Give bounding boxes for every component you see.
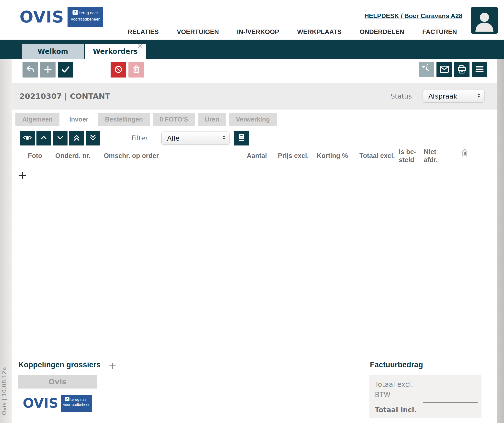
col-korting: Korting %: [304, 152, 348, 160]
move-down-button[interactable]: [53, 131, 68, 145]
invoice-title: Factuurbedrag: [370, 360, 423, 369]
subtab-verwerking[interactable]: Verwerking: [229, 113, 277, 126]
nav-item-voertuigen[interactable]: VOERTUIGEN: [177, 28, 219, 36]
view-button[interactable]: [20, 131, 35, 145]
col-omschrijving: Omschr. op order: [104, 152, 159, 160]
cancel-order-button[interactable]: [111, 62, 126, 78]
tab-welkom[interactable]: Welkom: [22, 44, 84, 59]
confirm-button[interactable]: [58, 62, 73, 78]
undo-button[interactable]: [23, 62, 38, 78]
filter-label: Filter: [132, 131, 148, 145]
move-bottom-button[interactable]: [86, 131, 100, 145]
status-group: Status Afspraak: [391, 90, 484, 102]
subtab-fotos[interactable]: 0 FOTO'S: [153, 113, 195, 126]
invoice-panel: Totaal excl. BTW Totaal incl.: [369, 375, 481, 418]
order-header-band: 20210307 | CONTANT Status Afspraak: [12, 83, 497, 110]
nav-item-relaties[interactable]: RELATIES: [128, 28, 159, 36]
table-divider: [12, 169, 497, 169]
toolbar-left-group: [23, 62, 73, 78]
avatar[interactable]: [471, 7, 498, 34]
add-row-button[interactable]: +: [18, 170, 27, 181]
nav-item-onderdelen[interactable]: ONDERDELEN: [360, 28, 404, 36]
row-nav-buttons: [20, 131, 100, 145]
col-totaal-excl: Totaal excl.: [346, 152, 395, 160]
app-logo[interactable]: OVIS terug naar voorraadbeheer: [20, 7, 103, 27]
check-icon: [60, 64, 71, 76]
grossier-card-logo: OVIS terug naar voorraadbeheer: [18, 389, 97, 418]
nav-item-in-verkoop[interactable]: IN-/VERKOOP: [237, 28, 279, 36]
logo-text: OVIS: [20, 9, 64, 25]
double-chevron-down-icon: [89, 133, 97, 143]
parts-table-header: Foto Onderd. nr. Omschr. op order Aantal…: [12, 147, 497, 168]
subtab-invoer[interactable]: Invoer: [62, 113, 95, 126]
menu-icon: [474, 64, 485, 75]
add-grossier-button[interactable]: +: [108, 360, 117, 371]
tab-werkorders-label: Werkorders: [93, 47, 137, 56]
mail-icon: [439, 64, 449, 75]
select-arrows-icon: [476, 92, 482, 100]
col-foto: Foto: [28, 152, 42, 160]
nav-item-werkplaats[interactable]: WERKPLAATS: [297, 28, 342, 36]
main-nav: RELATIES VOERTUIGEN IN-/VERKOOP WERKPLAA…: [128, 28, 457, 36]
invoice-btw-label: BTW: [375, 391, 390, 399]
print-button[interactable]: [454, 62, 470, 77]
invoice-sum-line: [423, 402, 478, 403]
trash-icon: [131, 65, 141, 75]
status-select[interactable]: Afspraak: [423, 90, 484, 102]
logo-badge-line1: terug naar: [79, 11, 98, 15]
col-onderdeel-nr: Onderd. nr.: [55, 152, 91, 160]
status-value: Afspraak: [428, 92, 457, 100]
select-arrows-icon: [221, 134, 227, 142]
close-icon[interactable]: ×: [137, 42, 143, 49]
book-icon: [237, 133, 246, 143]
logo-text: OVIS: [23, 397, 58, 410]
undo-icon: [25, 65, 35, 75]
delete-order-button[interactable]: [128, 62, 144, 78]
subtab-bestellingen[interactable]: Bestellingen: [98, 113, 150, 126]
order-title: 20210307 | CONTANT: [20, 92, 110, 100]
tab-werkorders[interactable]: Werkorders ×: [85, 44, 146, 59]
add-button[interactable]: [40, 62, 56, 78]
history-icon: [422, 64, 432, 75]
order-subtabs: Algemeen Invoer Bestellingen 0 FOTO'S Ur…: [15, 113, 277, 126]
status-label: Status: [391, 92, 412, 100]
subtab-uren[interactable]: Uren: [198, 113, 226, 126]
eye-icon: [23, 133, 32, 144]
person-icon: [472, 8, 497, 34]
chevron-down-icon: [56, 133, 65, 143]
tab-bar: Welkom Werkorders ×: [0, 40, 504, 59]
app-header: OVIS terug naar voorraadbeheer RELATIES …: [0, 0, 504, 40]
grossier-card-title: Ovis: [18, 375, 97, 389]
menu-button[interactable]: [472, 62, 487, 77]
filter-value: Alle: [167, 134, 179, 142]
toolbar-danger-group: [111, 62, 144, 78]
invoice-total-incl-label: Totaal incl.: [375, 406, 417, 414]
version-text: Ovis | 10.08.12a: [1, 361, 7, 415]
grossiers-title: Koppelingen grossiers: [18, 360, 101, 369]
mail-button[interactable]: [436, 62, 452, 77]
chevron-up-icon: [39, 133, 48, 143]
logo-badge[interactable]: terug naar voorraadbeheer: [68, 7, 103, 27]
external-link-icon: [65, 397, 69, 402]
grossier-card-ovis[interactable]: Ovis OVIS terug naar voorraadbeheer: [18, 375, 97, 418]
scrollbar-track[interactable]: [497, 59, 504, 423]
catalog-button[interactable]: [234, 131, 249, 145]
print-icon: [457, 64, 467, 75]
toolbar-right-group: [419, 62, 487, 77]
subtab-algemeen[interactable]: Algemeen: [15, 113, 59, 126]
invoice-total-excl-label: Totaal excl.: [375, 380, 413, 389]
col-niet-afdrukken: Niet afdr.: [424, 148, 438, 164]
filter-select[interactable]: Alle: [161, 132, 229, 145]
logo-badge-line2: voorraadbeheer: [71, 17, 100, 22]
block-icon: [114, 65, 123, 75]
col-is-besteld: Is be- steld: [399, 148, 416, 164]
delete-column-button[interactable]: [460, 149, 469, 159]
external-link-icon: [72, 10, 78, 16]
move-top-button[interactable]: [69, 131, 84, 145]
trash-outline-icon: [460, 152, 469, 159]
double-chevron-up-icon: [72, 133, 81, 143]
move-up-button[interactable]: [36, 131, 51, 145]
nav-item-facturen[interactable]: FACTUREN: [422, 28, 457, 36]
account-link[interactable]: HELPDESK / Boer Caravans A28: [364, 12, 462, 20]
history-button[interactable]: [419, 62, 434, 77]
